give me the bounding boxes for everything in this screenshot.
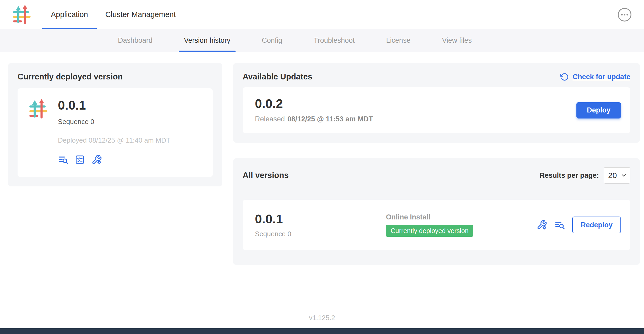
app-version-icon [29,99,49,119]
subnav-item-license[interactable]: License [381,29,416,52]
deploy-button[interactable]: Deploy [576,102,621,118]
check-for-update-label: Check for update [572,73,630,81]
update-version-number: 0.0.2 [255,97,373,110]
available-updates-header: Available Updates Check for update [243,72,630,82]
all-versions-card: All versions Results per page: 20 [233,158,640,265]
preflight-checklist-icon[interactable] [75,154,85,165]
chevron-down-icon [620,172,627,179]
deploy-logs-icon[interactable] [58,154,68,165]
tab-application[interactable]: Application [42,0,97,29]
version-row: 0.0.1 Sequence 0 Online Install Currentl… [243,200,630,250]
edit-config-wrench-gear-icon[interactable] [91,154,102,165]
results-per-page-label: Results per page: [539,171,599,180]
primary-nav: Application Cluster Management [42,0,184,29]
app-subnav: Dashboard Version history Config Trouble… [0,29,644,52]
update-row: 0.0.2 Released08/12/25 @ 11:53 am MDT De… [243,87,630,133]
main-content: Currently deployed version 0.0.1 Sequenc… [0,52,644,302]
deployed-sequence: Sequence 0 [58,118,170,126]
deployed-timestamp: Deployed 08/12/25 @ 11:40 am MDT [58,136,170,144]
page-footer: v1.125.2 [0,302,644,328]
subnav-item-dashboard[interactable]: Dashboard [113,29,158,52]
update-released-line: Released08/12/25 @ 11:53 am MDT [255,115,373,123]
deployed-version-panel: 0.0.1 Sequence 0 Deployed 08/12/25 @ 11:… [18,88,213,177]
available-updates-title: Available Updates [243,72,312,82]
tab-cluster-management[interactable]: Cluster Management [97,0,184,29]
tab-application-label: Application [51,10,88,19]
tab-cluster-management-label: Cluster Management [105,10,176,19]
app-logo-icon[interactable] [12,5,32,25]
results-per-page: Results per page: 20 [539,167,630,184]
install-type-label: Online Install [386,213,537,221]
all-versions-header: All versions Results per page: 20 [243,167,630,184]
deployed-actions [58,154,170,165]
currently-deployed-badge: Currently deployed version [386,225,473,237]
version-row-status: Online Install Currently deployed versio… [386,213,537,237]
currently-deployed-title: Currently deployed version [18,72,213,82]
bottom-dark-bar [0,328,644,334]
row-deploy-logs-icon[interactable] [554,220,565,230]
refresh-icon [560,73,569,81]
version-row-actions: Redeploy [537,217,621,233]
deployed-version-info: 0.0.1 Sequence 0 Deployed 08/12/25 @ 11:… [58,99,170,165]
row-edit-config-wrench-gear-icon[interactable] [537,220,547,230]
all-versions-title: All versions [243,171,289,180]
console-version: v1.125.2 [309,314,335,322]
subnav-item-troubleshoot[interactable]: Troubleshoot [308,29,360,52]
check-for-update-link[interactable]: Check for update [560,73,630,81]
overflow-menu-button[interactable] [618,8,632,22]
ellipsis-icon [618,8,632,22]
version-row-info: 0.0.1 Sequence 0 [255,212,386,238]
subnav-item-version-history[interactable]: Version history [179,29,236,52]
results-per-page-select[interactable]: 20 [604,167,630,184]
results-per-page-value: 20 [608,171,617,180]
top-navbar: Application Cluster Management [0,0,644,29]
right-column: Available Updates Check for update 0.0.2 [233,63,640,265]
available-updates-card: Available Updates Check for update 0.0.2 [233,63,640,143]
currently-deployed-card: Currently deployed version 0.0.1 Sequenc… [8,63,222,186]
redeploy-button[interactable]: Redeploy [572,217,621,233]
update-info: 0.0.2 Released08/12/25 @ 11:53 am MDT [255,97,373,123]
subnav-item-view-files[interactable]: View files [437,29,477,52]
subnav-item-config[interactable]: Config [256,29,287,52]
version-row-number: 0.0.1 [255,212,386,226]
released-timestamp: 08/12/25 @ 11:53 am MDT [287,115,373,123]
version-row-sequence: Sequence 0 [255,230,386,238]
deployed-version-number: 0.0.1 [58,99,170,112]
released-label: Released [255,115,285,123]
